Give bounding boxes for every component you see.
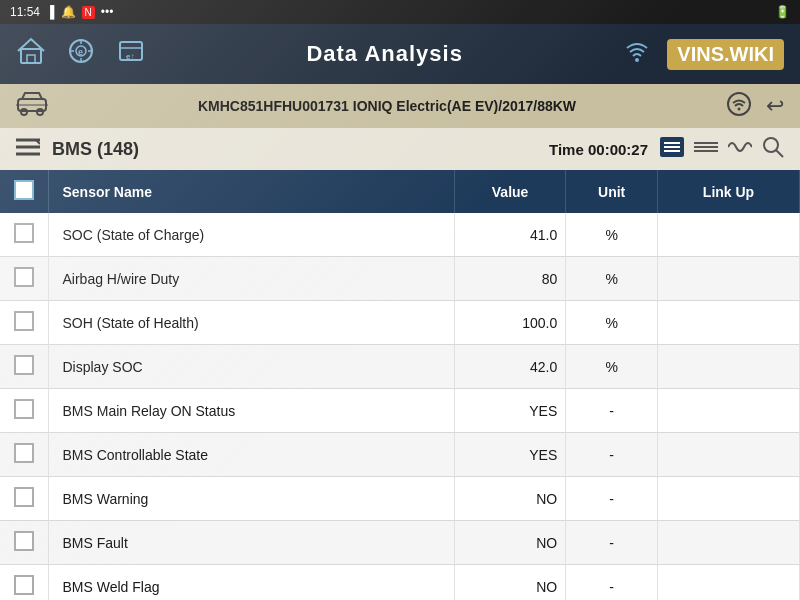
- unit-cell: -: [566, 433, 658, 477]
- link-up-cell: [658, 345, 800, 389]
- svg-line-31: [776, 150, 783, 157]
- table-row: BMS Main Relay ON StatusYES-: [0, 389, 800, 433]
- row-checkbox-cell[interactable]: [0, 433, 48, 477]
- sensor-name-cell: BMS Weld Flag: [48, 565, 454, 601]
- search-icon[interactable]: [762, 136, 784, 162]
- home-icon[interactable]: [16, 36, 46, 73]
- row-checkbox-cell[interactable]: [0, 565, 48, 601]
- row-checkbox[interactable]: [14, 443, 34, 463]
- unit-cell: -: [566, 565, 658, 601]
- row-checkbox[interactable]: [14, 355, 34, 375]
- link-up-cell: [658, 565, 800, 601]
- bms-header: BMS (148) Time 00:00:27: [0, 128, 800, 170]
- top-nav-left-icons: e e↑: [16, 36, 146, 73]
- col-link-up: Link Up: [658, 170, 800, 213]
- value-cell: NO: [454, 477, 565, 521]
- bms-controls: [660, 136, 784, 162]
- list-view-icon[interactable]: [660, 137, 684, 161]
- svg-point-30: [764, 138, 778, 152]
- sensor-name-cell: SOH (State of Health): [48, 301, 454, 345]
- sensor-name-cell: BMS Controllable State: [48, 433, 454, 477]
- vins-badge: VINS.WIKI: [667, 39, 784, 70]
- row-checkbox[interactable]: [14, 223, 34, 243]
- row-checkbox-cell[interactable]: [0, 521, 48, 565]
- wave-icon[interactable]: [728, 137, 752, 161]
- sensor-name-cell: SOC (State of Charge): [48, 213, 454, 257]
- diagnostic-icon[interactable]: e: [66, 36, 96, 73]
- row-checkbox-cell[interactable]: [0, 257, 48, 301]
- svg-text:e↑: e↑: [126, 52, 134, 61]
- wifi-nav-icon: [623, 38, 651, 70]
- status-battery-icon: 🔋: [775, 5, 790, 19]
- sensor-name-cell: Display SOC: [48, 345, 454, 389]
- value-cell: NO: [454, 565, 565, 601]
- row-checkbox-cell[interactable]: [0, 389, 48, 433]
- row-checkbox[interactable]: [14, 311, 34, 331]
- row-checkbox[interactable]: [14, 399, 34, 419]
- row-checkbox[interactable]: [14, 575, 34, 595]
- vehicle-bar-icons: ↩: [726, 91, 784, 121]
- row-checkbox[interactable]: [14, 531, 34, 551]
- status-n-icon: N: [82, 6, 95, 19]
- table-row: BMS WarningNO-: [0, 477, 800, 521]
- bms-title: BMS (148): [52, 139, 537, 160]
- sensor-name-cell: BMS Main Relay ON Status: [48, 389, 454, 433]
- status-bar: 11:54 ▐ 🔔 N ••• 🔋: [0, 0, 800, 24]
- bms-timer: Time 00:00:27: [549, 141, 648, 158]
- table-row: SOC (State of Charge)41.0%: [0, 213, 800, 257]
- sensor-name-cell: Airbag H/wire Duty: [48, 257, 454, 301]
- sensor-name-cell: BMS Fault: [48, 521, 454, 565]
- upload-icon[interactable]: e↑: [116, 36, 146, 73]
- link-up-cell: [658, 477, 800, 521]
- table-header-row: Sensor Name Value Unit Link Up: [0, 170, 800, 213]
- row-checkbox-cell[interactable]: [0, 477, 48, 521]
- unit-cell: %: [566, 301, 658, 345]
- unit-cell: -: [566, 521, 658, 565]
- value-cell: 80: [454, 257, 565, 301]
- unit-cell: -: [566, 389, 658, 433]
- sensor-name-cell: BMS Warning: [48, 477, 454, 521]
- row-checkbox[interactable]: [14, 487, 34, 507]
- table-row: Airbag H/wire Duty80%: [0, 257, 800, 301]
- vehicle-bar: KMHC851HFHU001731 IONIQ Electric(AE EV)/…: [0, 84, 800, 128]
- table-row: Display SOC42.0%: [0, 345, 800, 389]
- value-cell: NO: [454, 521, 565, 565]
- row-checkbox-cell[interactable]: [0, 213, 48, 257]
- status-time: 11:54: [10, 5, 40, 19]
- svg-point-18: [738, 108, 741, 111]
- table-row: BMS FaultNO-: [0, 521, 800, 565]
- back-icon[interactable]: ↩: [766, 93, 784, 119]
- link-up-cell: [658, 301, 800, 345]
- svg-rect-0: [21, 49, 41, 63]
- svg-point-12: [635, 58, 639, 62]
- value-cell: YES: [454, 389, 565, 433]
- data-table-wrapper: Sensor Name Value Unit Link Up SOC (Stat…: [0, 170, 800, 600]
- col-sensor-name: Sensor Name: [48, 170, 454, 213]
- row-checkbox-cell[interactable]: [0, 301, 48, 345]
- link-up-cell: [658, 257, 800, 301]
- status-bar-right: 🔋: [775, 5, 790, 19]
- grid-view-icon[interactable]: [694, 137, 718, 161]
- table-row: BMS Weld FlagNO-: [0, 565, 800, 601]
- menu-hamburger-icon[interactable]: [16, 137, 40, 162]
- table-row: BMS Controllable StateYES-: [0, 433, 800, 477]
- page-title: Data Analysis: [306, 41, 462, 67]
- unit-cell: -: [566, 477, 658, 521]
- unit-cell: %: [566, 345, 658, 389]
- row-checkbox[interactable]: [14, 267, 34, 287]
- sensor-table: Sensor Name Value Unit Link Up SOC (Stat…: [0, 170, 800, 600]
- table-row: SOH (State of Health)100.0%: [0, 301, 800, 345]
- vehicle-wifi-icon[interactable]: [726, 91, 752, 121]
- col-checkbox: [0, 170, 48, 213]
- row-checkbox-cell[interactable]: [0, 345, 48, 389]
- top-nav: e e↑ Data Analysis: [0, 24, 800, 84]
- link-up-cell: [658, 433, 800, 477]
- link-up-cell: [658, 213, 800, 257]
- vehicle-model: IONIQ Electric(AE EV)/2017/88KW: [353, 98, 576, 114]
- vin-info: KMHC851HFHU001731 IONIQ Electric(AE EV)/…: [60, 98, 714, 114]
- status-notification-icon: 🔔: [61, 5, 76, 19]
- vin-number: KMHC851HFHU001731: [198, 98, 349, 114]
- col-unit: Unit: [566, 170, 658, 213]
- link-up-cell: [658, 521, 800, 565]
- svg-rect-1: [27, 55, 35, 63]
